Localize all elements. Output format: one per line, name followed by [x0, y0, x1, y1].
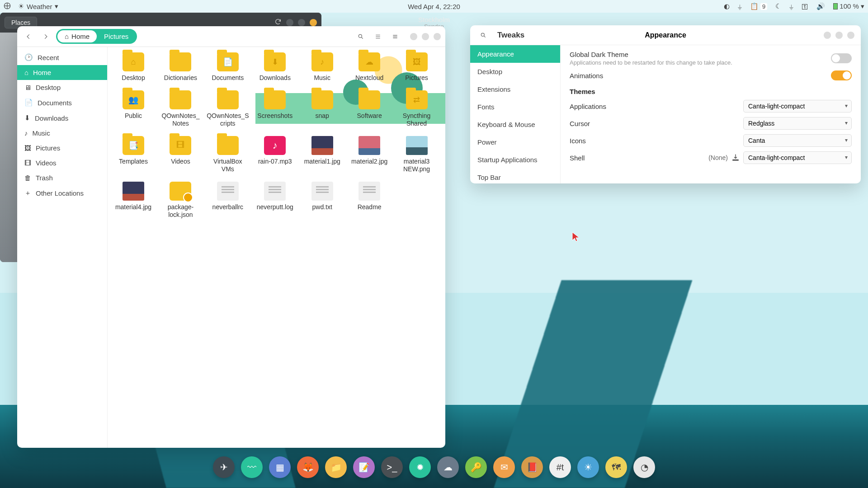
- file-item[interactable]: material4.jpg: [112, 182, 155, 219]
- dock-app[interactable]: 📁: [325, 456, 347, 478]
- battery-indicator[interactable]: 100 % ▾: [833, 2, 864, 10]
- file-item[interactable]: pwd.txt: [301, 182, 344, 219]
- files-sidebar: 🕑Recent⌂Home🖥Desktop📄Documents⬇Downloads…: [17, 47, 108, 448]
- dock-app[interactable]: ☁: [437, 456, 459, 478]
- maximize-button[interactable]: [422, 33, 429, 40]
- file-item[interactable]: material1.jpg: [301, 136, 344, 174]
- tweaks-item-fonts[interactable]: Fonts: [470, 98, 560, 116]
- sidebar-item-home[interactable]: ⌂Home: [17, 65, 107, 80]
- sidebar-item-downloads[interactable]: ⬇Downloads: [17, 110, 107, 126]
- dock-app[interactable]: >_: [381, 456, 403, 478]
- cursor-combo[interactable]: Redglass: [743, 117, 852, 130]
- file-item[interactable]: 🎞Videos: [159, 136, 202, 174]
- sidebar-item-recent[interactable]: 🕑Recent: [17, 50, 107, 65]
- file-item[interactable]: 📑Templates: [112, 136, 155, 174]
- file-item[interactable]: material3 NEW.png: [396, 136, 438, 174]
- clock[interactable]: Wed Apr 4, 22:20: [408, 3, 460, 10]
- close-button[interactable]: [434, 33, 441, 40]
- minimize-button[interactable]: [824, 32, 831, 39]
- file-item[interactable]: ⬇Downloads: [254, 52, 296, 82]
- file-item[interactable]: rain-07.mp3: [254, 136, 296, 174]
- sidebar-item-trash[interactable]: 🗑Trash: [17, 170, 107, 185]
- app-menu[interactable]: ☀ Weather ▾: [18, 2, 58, 10]
- view-list-button[interactable]: [371, 30, 385, 43]
- search-button[interactable]: [476, 28, 490, 42]
- dock-app[interactable]: ◔: [633, 456, 655, 478]
- tweaks-item-power[interactable]: Power: [470, 133, 560, 151]
- sidebar-item-documents[interactable]: 📄Documents: [17, 95, 107, 110]
- file-item[interactable]: Screenshots: [254, 90, 296, 128]
- file-item[interactable]: ⇄Syncthing Shared: [396, 90, 438, 128]
- dock-app[interactable]: 〰: [241, 456, 263, 478]
- sidebar-item-pictures[interactable]: 🖼Pictures: [17, 141, 107, 155]
- file-icon: [123, 182, 144, 201]
- hamburger-button[interactable]: [388, 30, 402, 43]
- tweaks-item-top-bar[interactable]: Top Bar: [470, 169, 560, 186]
- dock-app[interactable]: ✉: [493, 456, 515, 478]
- tweaks-item-startup-applications[interactable]: Startup Applications: [470, 151, 560, 169]
- dock-app[interactable]: #t: [549, 456, 571, 478]
- file-item[interactable]: Software: [348, 90, 391, 128]
- file-item[interactable]: Dictionaries: [159, 52, 202, 82]
- sidebar-item-music[interactable]: ♪Music: [17, 126, 107, 141]
- dock-app[interactable]: ✹: [409, 456, 431, 478]
- notifications[interactable]: 📋9: [750, 2, 767, 10]
- close-button[interactable]: [310, 19, 317, 26]
- activities-icon[interactable]: [4, 2, 11, 11]
- maximize-button[interactable]: [298, 19, 305, 26]
- file-item[interactable]: neverballrc: [207, 182, 249, 219]
- file-item[interactable]: ♪Music: [301, 52, 344, 82]
- file-item[interactable]: 👥Public: [112, 90, 155, 128]
- files-grid-area[interactable]: ⌂DesktopDictionaries📄Documents⬇Downloads…: [108, 47, 445, 448]
- file-item[interactable]: 🖼Pictures: [396, 52, 438, 82]
- applications-combo[interactable]: Canta-light-compact: [743, 100, 852, 113]
- breadcrumb-current[interactable]: Pictures: [97, 30, 136, 42]
- tray-icon[interactable]: ◐: [724, 2, 730, 10]
- icons-combo[interactable]: Canta: [743, 134, 852, 147]
- dock-app[interactable]: 🗺: [605, 456, 627, 478]
- tweaks-item-appearance[interactable]: Appearance: [470, 45, 560, 63]
- file-item[interactable]: QOwnNotes_Scripts: [207, 90, 249, 128]
- file-item[interactable]: material2.jpg: [348, 136, 391, 174]
- maximize-button[interactable]: [835, 32, 843, 39]
- file-item[interactable]: snap: [301, 90, 344, 128]
- tray-icon[interactable]: ⏚: [738, 3, 742, 10]
- refresh-button[interactable]: [274, 18, 282, 27]
- close-button[interactable]: [847, 32, 854, 39]
- shell-combo[interactable]: Canta-light-compact: [743, 151, 852, 164]
- sidebar-item-desktop[interactable]: 🖥Desktop: [17, 80, 107, 95]
- sidebar-item-videos[interactable]: 🎞Videos: [17, 155, 107, 170]
- dock-app[interactable]: ▦: [269, 456, 291, 478]
- tweaks-item-extensions[interactable]: Extensions: [470, 80, 560, 98]
- back-button[interactable]: [22, 30, 35, 43]
- dock-app[interactable]: 🦊: [297, 456, 319, 478]
- vpn-icon[interactable]: ⚿: [802, 3, 808, 10]
- file-item[interactable]: package-lock.json: [159, 182, 202, 219]
- shell-install-icon[interactable]: [731, 154, 740, 162]
- dock-app[interactable]: 📝: [353, 456, 375, 478]
- file-item[interactable]: ☁Nextcloud: [348, 52, 391, 82]
- dock-app[interactable]: ✈: [213, 456, 235, 478]
- file-item[interactable]: VirtualBox VMs: [207, 136, 249, 174]
- file-item[interactable]: 📄Documents: [207, 52, 249, 82]
- volume-icon[interactable]: 🔊: [816, 2, 825, 10]
- search-button[interactable]: [354, 30, 368, 43]
- forward-button[interactable]: [39, 30, 52, 43]
- tweaks-item-keyboard-mouse[interactable]: Keyboard & Mouse: [470, 116, 560, 133]
- minimize-button[interactable]: [286, 19, 293, 26]
- animations-toggle[interactable]: [831, 70, 852, 80]
- file-item[interactable]: Readme: [348, 182, 391, 219]
- file-item[interactable]: ⌂Desktop: [112, 52, 155, 82]
- dark-theme-toggle[interactable]: [831, 53, 852, 63]
- dock-app[interactable]: ☀: [577, 456, 599, 478]
- file-item[interactable]: neverputt.log: [254, 182, 296, 219]
- tweaks-item-desktop[interactable]: Desktop: [470, 63, 560, 80]
- night-icon[interactable]: ☾: [775, 2, 781, 10]
- dock-app[interactable]: 📕: [521, 456, 543, 478]
- wifi-icon[interactable]: ⏚: [789, 3, 793, 10]
- breadcrumb-home[interactable]: ⌂ Home: [57, 30, 97, 42]
- file-item[interactable]: QOwnNotes_Notes: [159, 90, 202, 128]
- minimize-button[interactable]: [410, 33, 417, 40]
- sidebar-item-other-locations[interactable]: ＋Other Locations: [17, 185, 107, 201]
- dock-app[interactable]: 🔑: [465, 456, 487, 478]
